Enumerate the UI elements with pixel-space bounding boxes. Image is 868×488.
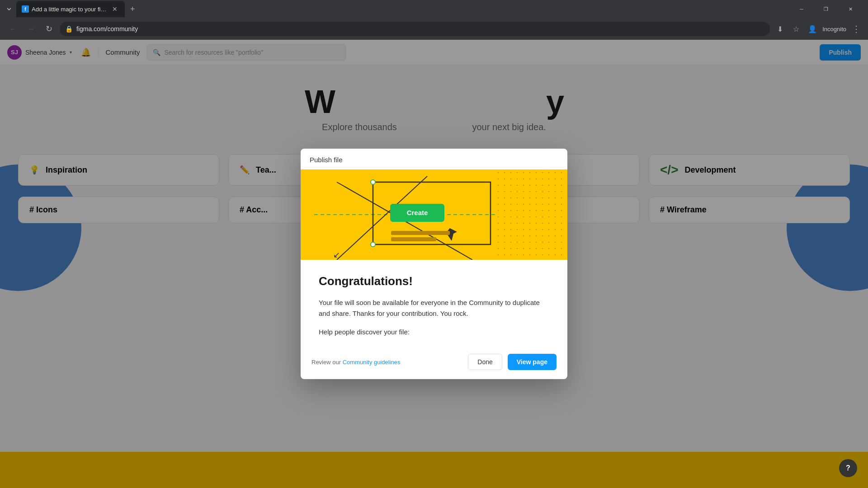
modal-description: Your file will soon be available for eve… xyxy=(319,297,549,319)
help-icon: ? xyxy=(846,464,850,472)
illustration-svg: Create ↙ xyxy=(301,169,567,260)
tab-list-button[interactable] xyxy=(4,4,14,14)
done-button[interactable]: Done xyxy=(468,354,502,370)
tab-bar-left: f Add a little magic to your files ✕ + xyxy=(4,1,139,17)
congratulations-title: Congratulations! xyxy=(319,274,549,288)
url-text: figma.com/community xyxy=(76,25,138,33)
address-input[interactable]: 🔒 figma.com/community xyxy=(60,22,770,36)
modal-action-buttons: Done View page xyxy=(468,354,557,370)
svg-text:↙: ↙ xyxy=(333,250,340,259)
svg-rect-9 xyxy=(391,231,450,235)
bookmark-icon[interactable]: ☆ xyxy=(790,23,802,35)
tab-title: Add a little magic to your files xyxy=(32,6,108,13)
minimize-button[interactable]: ─ xyxy=(791,0,812,18)
forward-button[interactable]: → xyxy=(24,22,38,36)
modal-help-text: Help people discover your file: xyxy=(319,328,549,336)
svg-rect-10 xyxy=(391,237,436,241)
modal-backdrop: Publish file xyxy=(0,40,868,488)
download-icon[interactable]: ⬇ xyxy=(774,23,786,35)
community-guidelines-link[interactable]: Community guidelines xyxy=(343,359,401,366)
review-text: Review our Community guidelines xyxy=(311,359,401,366)
tab-bar: f Add a little magic to your files ✕ + ─… xyxy=(0,0,868,18)
new-tab-button[interactable]: + xyxy=(127,3,139,16)
address-right-controls: ⬇ ☆ 👤 Incognito ⋮ xyxy=(774,23,863,35)
more-options-button[interactable]: ⋮ xyxy=(850,23,863,35)
page-content: SJ Sheena Jones ▾ 🔔 Community 🔍 Search f… xyxy=(0,40,868,488)
back-button[interactable]: ← xyxy=(5,22,20,36)
lock-icon: 🔒 xyxy=(65,25,73,33)
active-tab[interactable]: f Add a little magic to your files ✕ xyxy=(16,1,125,17)
svg-point-2 xyxy=(371,180,375,184)
incognito-label: Incognito xyxy=(822,26,846,33)
reload-button[interactable]: ↻ xyxy=(42,22,56,36)
publish-file-modal: Publish file xyxy=(301,149,567,379)
close-window-button[interactable]: ✕ xyxy=(840,0,861,18)
tab-favicon: f xyxy=(22,5,29,13)
profile-icon[interactable]: 👤 xyxy=(806,23,819,35)
modal-body: Congratulations! Your file will soon be … xyxy=(301,260,567,347)
address-bar: ← → ↻ 🔒 figma.com/community ⬇ ☆ 👤 Incogn… xyxy=(0,18,868,40)
modal-illustration: Create ↙ xyxy=(301,169,567,260)
svg-text:Create: Create xyxy=(407,209,428,216)
help-fab-button[interactable]: ? xyxy=(839,459,857,477)
modal-header: Publish file xyxy=(301,149,567,169)
window-controls: ─ ❐ ✕ xyxy=(791,0,864,18)
incognito-badge: Incognito xyxy=(822,26,846,33)
modal-footer: Review our Community guidelines Done Vie… xyxy=(301,347,567,379)
svg-point-3 xyxy=(371,242,375,247)
maximize-button[interactable]: ❐ xyxy=(816,0,836,18)
view-page-button[interactable]: View page xyxy=(508,354,557,370)
tab-close-button[interactable]: ✕ xyxy=(110,5,119,14)
modal-title: Publish file xyxy=(310,156,343,164)
browser-chrome: f Add a little magic to your files ✕ + ─… xyxy=(0,0,868,40)
